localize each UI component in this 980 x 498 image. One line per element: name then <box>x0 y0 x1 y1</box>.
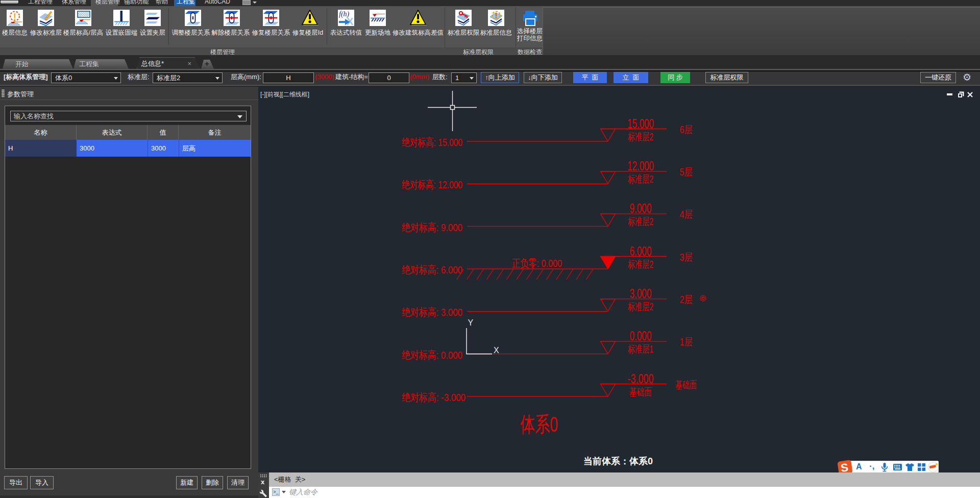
svg-text:9.000: 9.000 <box>630 201 652 216</box>
svg-text:标准层2: 标准层2 <box>628 131 653 142</box>
svg-text:绝对标高: 15.000: 绝对标高: 15.000 <box>402 136 462 148</box>
svg-text:1层: 1层 <box>680 336 693 347</box>
svg-text:绝对标高: -3.000: 绝对标高: -3.000 <box>402 391 465 403</box>
svg-text:标准层2: 标准层2 <box>628 259 653 270</box>
svg-text:绝对标高: 3.000: 绝对标高: 3.000 <box>402 306 462 318</box>
svg-text:标准层2: 标准层2 <box>628 216 653 227</box>
svg-text:基础面: 基础面 <box>629 386 652 397</box>
svg-text:2层: 2层 <box>680 294 693 305</box>
svg-text:基础面: 基础面 <box>675 379 697 390</box>
svg-text:0.000: 0.000 <box>630 328 652 343</box>
svg-text:标准层2: 标准层2 <box>628 173 653 185</box>
svg-text:6.000: 6.000 <box>630 243 652 259</box>
svg-text:绝对标高: 9.000: 绝对标高: 9.000 <box>402 221 462 233</box>
svg-text:!: ! <box>13 12 16 22</box>
svg-text:标准层2: 标准层2 <box>628 301 653 312</box>
svg-text:绝对标高: 0.000: 绝对标高: 0.000 <box>402 349 462 361</box>
svg-text:3层: 3层 <box>680 252 693 263</box>
svg-text:5层: 5层 <box>680 166 693 178</box>
svg-text:4层: 4层 <box>680 209 693 220</box>
svg-text:12.000: 12.000 <box>627 158 654 173</box>
svg-text:体系0: 体系0 <box>520 412 558 436</box>
svg-text:-3.000: -3.000 <box>628 371 654 386</box>
svg-text:X: X <box>494 346 499 355</box>
svg-text:绝对标高: 6.000: 绝对标高: 6.000 <box>402 264 462 276</box>
svg-text:标准层1: 标准层1 <box>628 343 653 355</box>
svg-text:6层: 6层 <box>680 124 693 135</box>
svg-text:Y: Y <box>468 318 474 327</box>
svg-text:3.000: 3.000 <box>630 286 652 301</box>
svg-text:正负零: 0.000: 正负零: 0.000 <box>512 257 562 269</box>
svg-text:绝对标高: 12.000: 绝对标高: 12.000 <box>402 179 462 190</box>
svg-text:15.000: 15.000 <box>627 116 654 131</box>
